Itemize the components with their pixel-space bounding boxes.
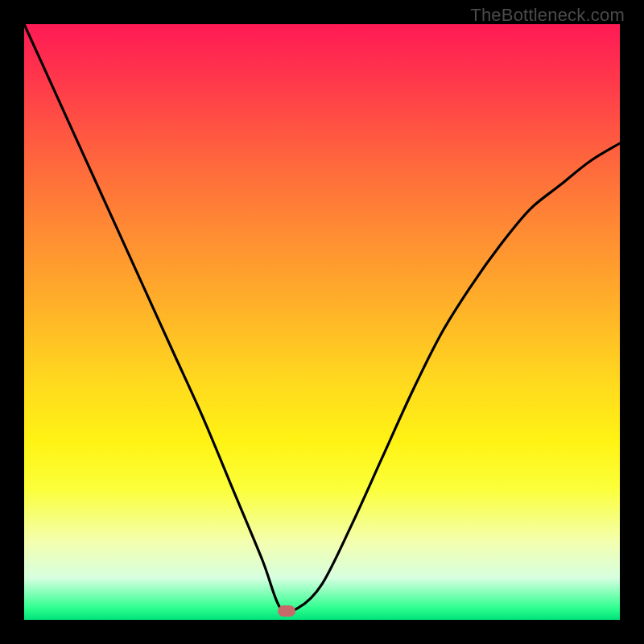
bottleneck-curve-path xyxy=(24,24,620,613)
watermark-text: TheBottleneck.com xyxy=(470,5,625,26)
bottleneck-curve-svg xyxy=(24,24,620,620)
optimal-point-marker xyxy=(278,605,295,617)
